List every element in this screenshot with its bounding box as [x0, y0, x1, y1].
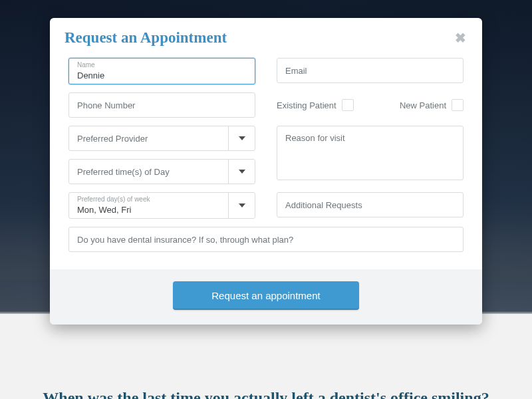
modal-body: Name Email Phone Number Existing Patient: [50, 57, 482, 269]
phone-field[interactable]: Phone Number: [68, 92, 255, 118]
name-field[interactable]: Name: [68, 58, 255, 84]
insurance-placeholder: Do you have dental insurance? If so, thr…: [77, 235, 293, 245]
name-label: Name: [77, 61, 95, 68]
insurance-field[interactable]: Do you have dental insurance? If so, thr…: [68, 227, 464, 252]
new-patient-checkbox[interactable]: [452, 99, 464, 111]
reason-field[interactable]: Reason for visit: [277, 126, 464, 180]
page-teaser: When was the last time you actually left…: [0, 314, 532, 399]
preferred-provider-placeholder: Preferred Provider: [77, 134, 148, 144]
preferred-time-placeholder: Preferred time(s) of Day: [77, 167, 170, 177]
page-teaser-text: When was the last time you actually left…: [43, 389, 489, 399]
preferred-provider-select[interactable]: Preferred Provider: [68, 126, 255, 151]
preferred-days-label: Preferred day(s) of week: [77, 196, 150, 203]
existing-patient-label: Existing Patient: [277, 100, 336, 110]
patient-type-row: Existing Patient New Patient: [277, 92, 464, 118]
preferred-time-select[interactable]: Preferred time(s) of Day: [68, 159, 255, 184]
additional-requests-field[interactable]: Additional Requests: [277, 192, 464, 217]
new-patient-label: New Patient: [400, 100, 446, 110]
modal-header: Request an Appointment ✖: [50, 18, 482, 57]
request-appointment-button[interactable]: Request an appointment: [173, 281, 358, 310]
email-field[interactable]: Email: [277, 58, 464, 83]
reason-placeholder: Reason for visit: [285, 133, 345, 143]
chevron-down-icon: [228, 193, 255, 218]
close-icon[interactable]: ✖: [452, 29, 469, 47]
additional-requests-placeholder: Additional Requests: [285, 200, 362, 210]
modal-footer: Request an appointment: [50, 269, 482, 325]
phone-placeholder: Phone Number: [77, 100, 135, 110]
existing-patient-checkbox[interactable]: [342, 99, 354, 111]
modal-title: Request an Appointment: [65, 29, 227, 47]
name-input[interactable]: [77, 63, 247, 80]
preferred-days-select[interactable]: Preferred day(s) of week Mon, Wed, Fri: [68, 192, 255, 219]
appointment-modal: Request an Appointment ✖ Name Email Phon…: [50, 18, 482, 325]
chevron-down-icon: [228, 126, 255, 150]
chevron-down-icon: [228, 160, 255, 184]
email-placeholder: Email: [285, 66, 307, 76]
